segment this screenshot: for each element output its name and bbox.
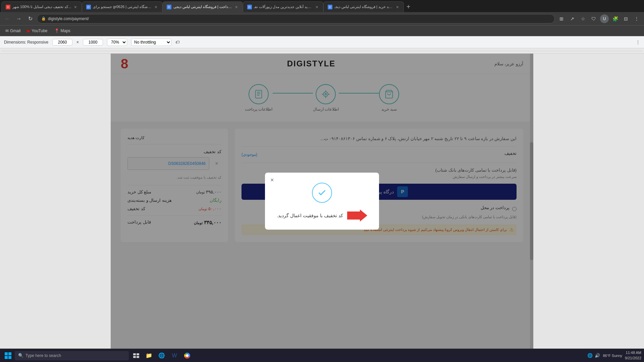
profile-avatar: U (600, 14, 609, 23)
address-text: digistyle.com/payment/ (48, 16, 89, 21)
taskview-button[interactable] (130, 350, 142, 362)
tab-3-title: پرداخت | فروشگاه اینترنتی لباس دیجی... (173, 5, 232, 9)
taskview-icon (133, 353, 139, 358)
bookmark-gmail[interactable]: ✉ Gmail (3, 27, 23, 34)
ruler-strip (0, 48, 644, 54)
word-button[interactable]: W (168, 350, 180, 362)
tab-3-favicon: D (167, 5, 171, 9)
search-icon: 🔍 (18, 353, 23, 358)
more-devtools[interactable]: ⋮ (636, 40, 640, 45)
svg-marker-12 (347, 209, 367, 222)
new-tab-button[interactable]: + (404, 3, 413, 11)
share-button[interactable]: ↗ (568, 14, 577, 23)
tab-2[interactable]: D جستجو برای gr0626 | فروشگاه اینترنتی..… (82, 1, 162, 12)
address-bar[interactable]: 🔒 digistyle.com/payment/ (37, 14, 555, 23)
bookmark-maps[interactable]: 📍 Maps (52, 27, 73, 34)
profile-button[interactable]: U (600, 14, 609, 23)
gmail-label: Gmail (10, 28, 20, 33)
tab-1[interactable]: D کد تخفیف دیجی استایل تا %100 شهر... × (1, 1, 82, 12)
tab-3[interactable]: D پرداخت | فروشگاه اینترنتی لباس دیجی...… (162, 1, 243, 12)
tab-5-close[interactable]: × (395, 4, 399, 10)
times-separator: × (76, 40, 79, 45)
modal-message-row: کد تخفیف با موفقیت اعمال گردید. (277, 209, 367, 222)
tab-2-title: جستجو برای gr0626 | فروشگاه اینترنتی... (93, 5, 152, 9)
modal-success-text: کد تخفیف با موفقیت اعمال گردید. (277, 213, 343, 218)
start-button[interactable] (3, 350, 13, 361)
toolbar-right: ⊞ ↗ ☆ 🛡 U 🧩 ⊟ ⋮ (557, 14, 641, 23)
tab-5-favicon: D (328, 5, 332, 9)
devtools-bar: Dimensions: Responsive × 70% 50% 100% No… (0, 36, 644, 48)
tab-1-title: کد تخفیف دیجی استایل تا %100 شهر... (12, 5, 71, 9)
bookmark-youtube[interactable]: ▶ YouTube (24, 27, 50, 34)
modal-close-button[interactable]: × (270, 177, 274, 184)
dimensions-label: Dimensions: Responsive (4, 40, 48, 45)
modal: × کد تخفیف با موفقیت اعمال گردید. (265, 173, 379, 230)
tag-icon: 🏷 (175, 40, 179, 45)
youtube-label: YouTube (32, 28, 47, 33)
tab-5-title: سید خرید | فروشگاه اینترنتی لباس دیجـ... (334, 5, 393, 9)
ruler-svg (1, 48, 643, 54)
svg-rect-18 (137, 353, 139, 355)
clock-time: 11:48 AM (625, 350, 641, 355)
taskbar-icons: 📁 🌐 W (130, 350, 193, 362)
tab-1-close[interactable]: × (73, 4, 77, 10)
tab-4[interactable]: D خرید آنلاین جدیدترین مدل زیورآلات نقـ.… (243, 1, 323, 12)
bookmark-button[interactable]: ☆ (578, 14, 588, 23)
modal-success-icon (312, 183, 332, 203)
maps-icon: 📍 (54, 28, 59, 33)
taskbar-search-text: Type here to search (25, 353, 61, 358)
sidebar-button[interactable]: ⊟ (621, 14, 631, 23)
tab-4-title: خرید آنلاین جدیدترین مدل زیورآلات نقـ... (254, 5, 313, 9)
throttle-select[interactable]: No throttling Fast 3G Slow 3G (131, 39, 171, 46)
edge-button[interactable]: 🌐 (156, 350, 168, 362)
reload-button[interactable]: ↻ (25, 14, 35, 23)
svg-rect-14 (8, 352, 11, 355)
clock-date: 9/21/2022 (625, 356, 641, 361)
sound-icon: 🔊 (595, 353, 600, 358)
forward-button[interactable]: → (14, 14, 23, 23)
tab-4-favicon: D (247, 5, 252, 9)
tab-2-close[interactable]: × (154, 4, 158, 10)
tab-5[interactable]: D سید خرید | فروشگاه اینترنتی لباس دیجـ.… (323, 1, 404, 12)
taskbar-search-bar[interactable]: 🔍 Type here to search (15, 351, 129, 360)
weather-info: 86°F Sunny (603, 354, 622, 358)
zoom-select[interactable]: 70% 50% 100% (107, 39, 127, 46)
maps-label: Maps (61, 28, 70, 33)
svg-rect-16 (8, 356, 11, 359)
taskbar-right: 🌐 🔊 86°F Sunny 11:48 AM 9/21/2022 (587, 350, 641, 361)
tab-4-close[interactable]: × (315, 4, 319, 10)
chrome-icon (184, 353, 190, 359)
taskbar-sys-icons: 🌐 🔊 (587, 353, 600, 358)
modal-overlay: × کد تخفیف با موفقیت اعمال گردید. (111, 54, 533, 349)
website: 8 DIGISTYLE آرزو عزیز، سلام اطلاعات پردا… (111, 54, 533, 349)
more-button[interactable]: ⋮ (632, 14, 641, 23)
taskbar: 🔍 Type here to search 📁 🌐 W 🌐 🔊 86°F Sun… (0, 349, 644, 362)
network-icon: 🌐 (587, 353, 593, 358)
windows-icon (5, 352, 11, 359)
toolbar: ← → ↻ 🔒 digistyle.com/payment/ ⊞ ↗ ☆ 🛡 U… (0, 12, 644, 25)
back-button[interactable]: ← (3, 14, 12, 23)
width-input[interactable] (52, 39, 72, 46)
svg-rect-13 (5, 352, 8, 355)
modal-arrow-icon (347, 209, 367, 222)
browser-chrome: D کد تخفیف دیجی استایل تا %100 شهر... × … (0, 0, 644, 54)
gmail-icon: ✉ (5, 28, 9, 33)
extensions-button[interactable]: 🧩 (610, 14, 620, 23)
chrome-button-taskbar[interactable] (181, 350, 193, 362)
chrome-inner (186, 354, 189, 357)
svg-rect-15 (5, 356, 8, 359)
translate-button[interactable]: ⊞ (557, 14, 566, 23)
height-input[interactable] (83, 39, 103, 46)
file-explorer-button[interactable]: 📁 (143, 350, 155, 362)
svg-rect-17 (133, 353, 136, 355)
tab-2-favicon: D (86, 5, 91, 9)
bookmarks-bar: ✉ Gmail ▶ YouTube 📍 Maps (0, 25, 644, 36)
svg-rect-20 (137, 356, 139, 358)
tab-3-close[interactable]: × (234, 4, 238, 10)
shield-button[interactable]: 🛡 (589, 14, 598, 23)
tab-bar: D کد تخفیف دیجی استایل تا %100 شهر... × … (0, 0, 644, 12)
tab-1-favicon: D (6, 5, 10, 9)
svg-rect-19 (133, 356, 136, 358)
youtube-icon: ▶ (27, 28, 30, 33)
taskbar-clock: 11:48 AM 9/21/2022 (625, 350, 641, 361)
